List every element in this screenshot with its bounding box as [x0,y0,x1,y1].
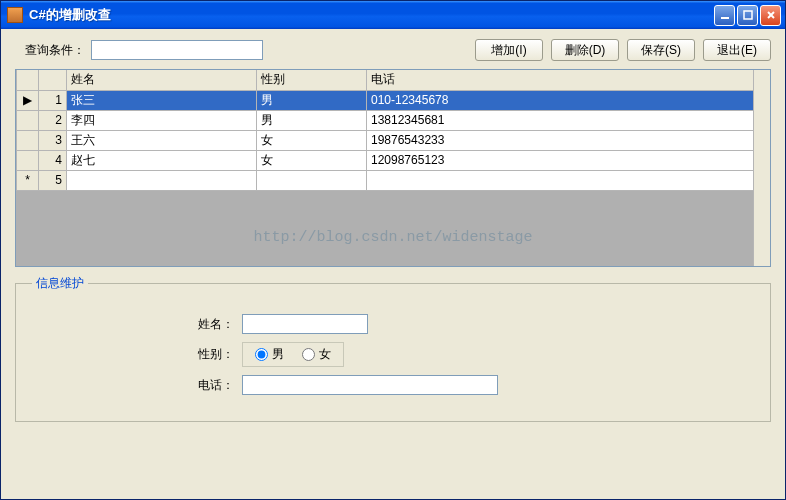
table-row[interactable]: ▶1张三男010-12345678 [17,90,770,110]
add-button[interactable]: 增加(I) [475,39,543,61]
radio-female[interactable] [302,348,315,361]
maximize-icon [743,10,753,20]
minimize-icon [720,10,730,20]
name-label: 姓名： [32,316,242,333]
radio-female-text: 女 [319,346,331,363]
cell-name[interactable]: 赵七 [67,150,257,170]
close-button[interactable] [760,5,781,26]
cell-name[interactable] [67,170,257,190]
grid-num-header [39,70,67,90]
col-header-phone[interactable]: 电话 [367,70,770,90]
watermark-text: http://blog.csdn.net/widenstage [16,229,770,246]
name-input[interactable] [242,314,368,334]
app-window: C#的增删改查 查询条件： 增加(I) 删除(D) 保存(S) 退出(E) [0,0,786,500]
col-header-name[interactable]: 姓名 [67,70,257,90]
row-number: 4 [39,150,67,170]
cell-gender[interactable]: 女 [257,150,367,170]
cell-name[interactable]: 李四 [67,110,257,130]
gender-radiogroup: 男 女 [242,342,344,367]
query-label: 查询条件： [25,42,85,59]
table-row[interactable]: 4赵七女12098765123 [17,150,770,170]
cell-name[interactable]: 张三 [67,90,257,110]
data-grid-container: 姓名 性别 电话 ▶1张三男010-123456782李四男1381234568… [15,69,771,267]
radio-male-text: 男 [272,346,284,363]
radio-male-label[interactable]: 男 [255,346,284,363]
row-marker: ▶ [17,90,39,110]
row-number: 3 [39,130,67,150]
gender-label: 性别： [32,346,242,363]
table-row[interactable]: 3王六女19876543233 [17,130,770,150]
phone-label: 电话： [32,377,242,394]
exit-button[interactable]: 退出(E) [703,39,771,61]
form-row-name: 姓名： [32,314,754,334]
client-area: 查询条件： 增加(I) 删除(D) 保存(S) 退出(E) 姓名 性别 [1,29,785,499]
row-marker: * [17,170,39,190]
window-title: C#的增删改查 [29,6,714,24]
query-input[interactable] [91,40,263,60]
cell-gender[interactable]: 男 [257,90,367,110]
cell-phone[interactable]: 12098765123 [367,150,770,170]
cell-phone[interactable]: 010-12345678 [367,90,770,110]
save-button[interactable]: 保存(S) [627,39,695,61]
table-row[interactable]: *5 [17,170,770,190]
grid-header-row: 姓名 性别 电话 [17,70,770,90]
data-grid[interactable]: 姓名 性别 电话 ▶1张三男010-123456782李四男1381234568… [16,70,770,191]
form-row-phone: 电话： [32,375,754,395]
cell-gender[interactable] [257,170,367,190]
app-icon [7,7,23,23]
maintenance-group: 信息维护 姓名： 性别： 男 女 [15,275,771,422]
row-number: 2 [39,110,67,130]
radio-male[interactable] [255,348,268,361]
row-marker [17,130,39,150]
grid-corner [17,70,39,90]
cell-phone[interactable] [367,170,770,190]
radio-female-label[interactable]: 女 [302,346,331,363]
cell-gender[interactable]: 男 [257,110,367,130]
svg-rect-1 [744,11,752,19]
cell-gender[interactable]: 女 [257,130,367,150]
minimize-button[interactable] [714,5,735,26]
row-marker [17,150,39,170]
cell-phone[interactable]: 19876543233 [367,130,770,150]
svg-rect-0 [721,17,729,19]
top-row: 查询条件： 增加(I) 删除(D) 保存(S) 退出(E) [15,39,771,61]
cell-name[interactable]: 王六 [67,130,257,150]
table-row[interactable]: 2李四男13812345681 [17,110,770,130]
close-icon [766,10,776,20]
cell-phone[interactable]: 13812345681 [367,110,770,130]
row-number: 1 [39,90,67,110]
col-header-gender[interactable]: 性别 [257,70,367,90]
phone-input[interactable] [242,375,498,395]
row-marker [17,110,39,130]
row-number: 5 [39,170,67,190]
maximize-button[interactable] [737,5,758,26]
form-row-gender: 性别： 男 女 [32,342,754,367]
delete-button[interactable]: 删除(D) [551,39,619,61]
vertical-scrollbar[interactable] [753,70,770,266]
group-legend: 信息维护 [32,275,88,292]
titlebar: C#的增删改查 [1,1,785,29]
window-buttons [714,5,781,26]
